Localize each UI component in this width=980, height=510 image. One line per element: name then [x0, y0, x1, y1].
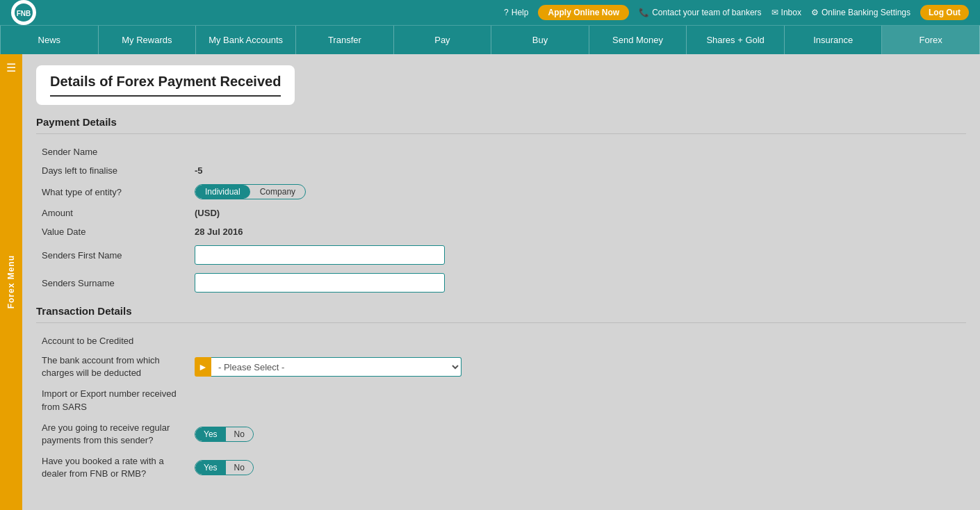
days-left-label: Days left to finalise: [36, 161, 189, 180]
charges-account-label: The bank account from which charges will…: [36, 350, 189, 384]
hamburger-icon[interactable]: ☰: [6, 61, 16, 74]
sender-name-row: Sender Name: [36, 142, 966, 161]
company-button[interactable]: Company: [250, 185, 305, 199]
charges-account-select[interactable]: - Please Select -: [211, 357, 462, 377]
regular-payments-toggle-group[interactable]: Yes No: [195, 427, 254, 442]
help-label: Help: [512, 8, 529, 17]
page-title: Details of Forex Payment Received: [50, 74, 281, 90]
top-bar-links: ? Help Apply Online Now 📞 Contact your t…: [504, 5, 969, 20]
nav-item-shares-gold[interactable]: Shares + Gold: [687, 26, 785, 55]
amount-row: Amount (USD): [36, 204, 966, 222]
import-export-row: Import or Export number received from SA…: [36, 384, 966, 417]
phone-icon: 📞: [639, 8, 649, 17]
page-title-box: Details of Forex Payment Received: [36, 65, 295, 105]
senders-first-name-input[interactable]: [195, 245, 445, 265]
payment-details-section-title: Payment Details: [36, 116, 966, 128]
transaction-details-section-title: Transaction Details: [36, 305, 966, 317]
nav-item-insurance[interactable]: Insurance: [785, 26, 883, 55]
main-layout: ☰ Forex Menu Details of Forex Payment Re…: [0, 54, 980, 510]
days-left-row: Days left to finalise -5: [36, 161, 966, 180]
account-credited-label: Account to be Credited: [36, 331, 189, 350]
nav-item-transfer[interactable]: Transfer: [296, 26, 394, 55]
booked-rate-toggle-group[interactable]: Yes No: [195, 460, 254, 475]
svg-text:FNB: FNB: [17, 10, 31, 17]
nav-item-rewards[interactable]: My Rewards: [99, 26, 197, 55]
senders-first-name-field: [189, 241, 966, 269]
nav-item-forex[interactable]: Forex: [882, 26, 980, 55]
logout-button[interactable]: Log Out: [920, 5, 969, 20]
booked-rate-toggle: Yes No: [189, 451, 966, 484]
contact-link[interactable]: 📞 Contact your team of bankers: [639, 8, 761, 17]
value-date-label: Value Date: [36, 222, 189, 241]
top-bar: FNB ? Help Apply Online Now 📞 Contact yo…: [0, 0, 980, 25]
booked-rate-label: Have you booked a rate with a dealer fro…: [36, 451, 189, 484]
value-date-row: Value Date 28 Jul 2016: [36, 222, 966, 241]
nav-item-pay[interactable]: Pay: [394, 26, 492, 55]
content-area: Details of Forex Payment Received Paymen…: [22, 54, 980, 510]
import-export-label: Import or Export number received from SA…: [36, 384, 189, 417]
nav-item-news[interactable]: News: [0, 26, 99, 55]
settings-label: Online Banking Settings: [822, 8, 910, 17]
payment-details-table: Sender Name Days left to finalise -5 Wha…: [36, 142, 966, 297]
amount-value: (USD): [189, 204, 966, 222]
senders-surname-label: Senders Surname: [36, 269, 189, 297]
entity-label: What type of entity?: [36, 180, 189, 204]
logo: FNB: [11, 0, 36, 25]
senders-surname-field: [189, 269, 966, 297]
nav-item-buy[interactable]: Buy: [491, 26, 589, 55]
apply-button[interactable]: Apply Online Now: [538, 5, 629, 20]
senders-first-name-label: Senders First Name: [36, 241, 189, 269]
settings-link[interactable]: ⚙ Online Banking Settings: [811, 8, 910, 17]
account-credited-value: [189, 331, 966, 350]
side-panel-label: Forex Menu: [6, 255, 16, 309]
regular-payments-label: Are you going to receive regular payment…: [36, 418, 189, 451]
senders-surname-input[interactable]: [195, 273, 445, 293]
account-credited-row: Account to be Credited: [36, 331, 966, 350]
inbox-link[interactable]: ✉ Inbox: [771, 8, 801, 17]
side-panel: ☰ Forex Menu: [0, 54, 22, 510]
charges-account-field: ► - Please Select -: [189, 350, 966, 384]
booked-rate-row: Have you booked a rate with a dealer fro…: [36, 451, 966, 484]
regular-payments-row: Are you going to receive regular payment…: [36, 418, 966, 451]
inbox-icon: ✉: [771, 8, 778, 17]
nav-item-send-money[interactable]: Send Money: [589, 26, 687, 55]
entity-toggle: Individual Company: [189, 180, 966, 204]
help-icon: ?: [504, 8, 509, 17]
regular-payments-toggle: Yes No: [189, 418, 966, 451]
inbox-label: Inbox: [781, 8, 801, 17]
sender-name-label: Sender Name: [36, 142, 189, 161]
logo-circle: FNB: [11, 0, 36, 25]
charges-account-row: The bank account from which charges will…: [36, 350, 966, 384]
individual-button[interactable]: Individual: [195, 185, 250, 199]
charges-select-row: ► - Please Select -: [195, 357, 961, 377]
nav-bar: News My Rewards My Bank Accounts Transfe…: [0, 25, 980, 54]
senders-first-name-row: Senders First Name: [36, 241, 966, 269]
nav-item-accounts[interactable]: My Bank Accounts: [196, 26, 296, 55]
entity-toggle-group[interactable]: Individual Company: [195, 184, 306, 199]
import-export-value: [189, 384, 966, 417]
regular-yes-button[interactable]: Yes: [195, 427, 226, 441]
senders-surname-row: Senders Surname: [36, 269, 966, 297]
amount-label: Amount: [36, 204, 189, 222]
transaction-details-table: Account to be Credited The bank account …: [36, 331, 966, 485]
booked-yes-button[interactable]: Yes: [195, 461, 226, 475]
gear-icon: ⚙: [811, 8, 819, 17]
entity-row: What type of entity? Individual Company: [36, 180, 966, 204]
help-link[interactable]: ? Help: [504, 8, 528, 17]
days-left-value: -5: [189, 161, 966, 180]
select-arrow-icon: ►: [195, 357, 211, 377]
booked-no-button[interactable]: No: [226, 461, 253, 475]
regular-no-button[interactable]: No: [226, 427, 253, 441]
contact-label: Contact your team of bankers: [652, 8, 761, 17]
value-date-value: 28 Jul 2016: [189, 222, 966, 241]
sender-name-value: [189, 142, 966, 161]
